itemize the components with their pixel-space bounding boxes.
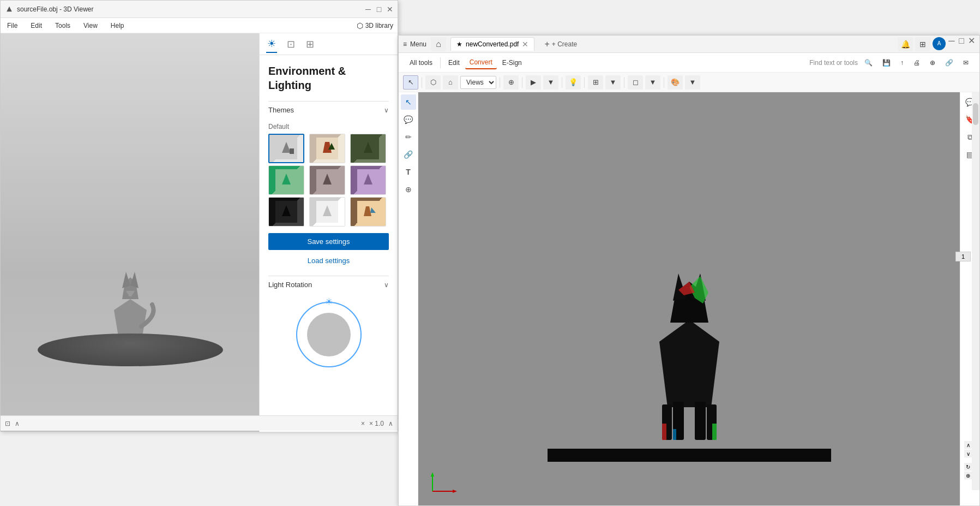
theme-1-preview [275, 138, 297, 159]
theme-swatch-6[interactable] [350, 165, 386, 195]
acrobat-maximize-btn[interactable]: □ [958, 37, 965, 45]
svg-marker-44 [431, 472, 434, 477]
zoom-in-btn[interactable]: ⊕ [964, 472, 972, 479]
themes-chevron-icon: ∨ [384, 106, 389, 114]
load-settings-btn[interactable]: Load settings [268, 252, 389, 269]
3d-library-btn[interactable]: ⬡ 3D library [357, 21, 393, 30]
sidebar-pen-btn[interactable]: ✏ [401, 129, 416, 145]
3d-model-tool[interactable]: ⬡ [425, 75, 441, 90]
3d-light-btn[interactable]: 💡 [566, 75, 581, 90]
3d-select-tool[interactable]: ↖ [403, 75, 418, 90]
right-panel: ☀ ⊡ ⊞ Environment & Lighting Themes ∨ De… [259, 33, 398, 432]
light-dial-inner [307, 313, 351, 356]
theme-swatch-9[interactable] [350, 197, 386, 227]
light-dial[interactable]: ☀ [296, 302, 362, 367]
acrobat-new-tab-btn[interactable]: + + Create [539, 37, 582, 51]
tab-lighting[interactable]: ☀ [266, 35, 277, 53]
save-settings-btn[interactable]: Save settings [268, 233, 389, 250]
sidebar-text-btn[interactable]: T [401, 164, 416, 180]
notification-bell-icon[interactable]: 🔔 [898, 37, 913, 51]
zoom-buttons: ↻ ⊕ [964, 463, 972, 479]
3d-render-btn[interactable]: ◻ [628, 75, 643, 90]
3d-rotate-btn[interactable]: ⊕ [503, 75, 519, 90]
page-down-btn[interactable]: ∨ [964, 450, 972, 457]
views-select[interactable]: Views [460, 76, 496, 89]
theme-swatch-8[interactable] [309, 197, 345, 227]
viewer-menu-bar: File Edit Tools View Help ⬡ 3D library [1, 18, 398, 33]
acrobat-left-sidebar: ↖ 💬 ✏ 🔗 T ⊕ [399, 92, 418, 505]
themes-section-title: Themes [268, 106, 294, 114]
3d-layers-options[interactable]: ▼ [605, 75, 621, 90]
theme-swatch-1[interactable] [268, 134, 304, 163]
theme-swatch-4[interactable] [268, 165, 304, 195]
acrobat-vertical-scrollbar[interactable]: 1 ∧ ∨ ↻ ⊕ [972, 92, 979, 490]
tab-grid[interactable]: ⊞ [305, 36, 315, 52]
axis-indicator [427, 469, 460, 497]
apps-grid-icon[interactable]: ⊞ [915, 37, 930, 51]
sidebar-cursor-btn[interactable]: ↖ [401, 94, 416, 110]
toolbar-search-area: Find text or tools 🔍 [809, 57, 877, 69]
theme-5-preview [316, 169, 338, 191]
viewer-minimize-btn[interactable]: ─ [365, 6, 371, 13]
acrobat-3d-scene[interactable] [418, 92, 960, 505]
3d-color-btn[interactable]: 🎨 [668, 75, 683, 90]
sidebar-stamp-btn[interactable]: ⊕ [401, 182, 416, 197]
3d-play-options[interactable]: ▼ [543, 75, 558, 90]
3d-play-btn[interactable]: ▶ [526, 75, 541, 90]
menu-tools[interactable]: Tools [53, 21, 73, 31]
3d-views-dropdown[interactable]: ⌂ [443, 75, 458, 90]
toolbar-convert[interactable]: Convert [465, 56, 497, 69]
sidebar-comment-btn[interactable]: 💬 [401, 112, 416, 127]
sidebar-link-btn[interactable]: 🔗 [401, 147, 416, 162]
acrobat-close-btn[interactable]: ✕ [967, 37, 975, 45]
toolbar-all-tools[interactable]: All tools [405, 57, 437, 69]
toolbar-esign[interactable]: E-Sign [498, 57, 526, 69]
viewer-maximize-btn[interactable]: □ [376, 6, 382, 13]
zoom-indicator: × [361, 420, 365, 427]
tab-close-btn[interactable]: ✕ [522, 40, 528, 49]
theme-swatch-2[interactable] [309, 134, 345, 163]
themes-section-header[interactable]: Themes ∨ [268, 101, 389, 118]
menu-view[interactable]: View [81, 21, 100, 31]
3d-render-options[interactable]: ▼ [645, 75, 660, 90]
3d-color-options[interactable]: ▼ [685, 75, 700, 90]
toolbar-divider-1 [440, 57, 441, 68]
svg-rect-41 [712, 424, 717, 440]
theme-swatch-7[interactable] [268, 197, 304, 227]
acrobat-pdf-tab[interactable]: ★ newConverted.pdf ✕ [450, 37, 534, 51]
toolbar-zoom-btn[interactable]: ⊕ [925, 57, 940, 69]
menu-help[interactable]: Help [109, 21, 127, 31]
toolbar-print-btn[interactable]: 🖨 [909, 57, 924, 69]
3d-layers-btn[interactable]: ⊞ [588, 75, 603, 90]
3d-viewport[interactable] [1, 33, 260, 432]
panel-tabs: ☀ ⊡ ⊞ [260, 33, 398, 55]
toolbar-mail-btn[interactable]: ✉ [959, 57, 973, 69]
page-up-btn[interactable]: ∧ [964, 441, 972, 449]
svg-marker-46 [453, 490, 457, 493]
viewer-close-btn[interactable]: ✕ [387, 6, 393, 13]
zoom-expand-icon: ∧ [388, 420, 393, 427]
viewer-title-left: sourceFile.obj - 3D Viewer [5, 5, 94, 14]
menu-file[interactable]: File [5, 21, 20, 31]
toolbar-link-btn[interactable]: 🔗 [941, 57, 958, 69]
acrobat-home-btn[interactable]: ⌂ [431, 37, 446, 51]
scrollbar-thumb[interactable] [973, 103, 978, 125]
3d-toolbar-sep-5 [584, 77, 585, 88]
tab-scene[interactable]: ⊡ [286, 36, 296, 52]
theme-swatch-5[interactable] [309, 165, 345, 195]
toolbar-edit[interactable]: Edit [444, 57, 464, 69]
acrobat-menu-btn[interactable]: ≡ Menu [403, 40, 426, 48]
toolbar-save-btn[interactable]: 💾 [878, 57, 895, 69]
menu-edit[interactable]: Edit [28, 21, 44, 31]
theme-swatch-3[interactable] [350, 134, 386, 163]
user-avatar[interactable]: A [933, 37, 946, 50]
theme-9-preview [357, 201, 379, 223]
theme-6-preview [357, 169, 379, 191]
search-btn[interactable]: 🔍 [860, 57, 877, 69]
sun-position-icon: ☀ [325, 296, 333, 307]
panel-content: Environment & Lighting Themes ∨ Default [260, 55, 398, 385]
light-rotation-section-header[interactable]: Light Rotation ∨ [268, 276, 389, 293]
acrobat-minimize-btn[interactable]: ─ [948, 37, 955, 45]
toolbar-share-btn[interactable]: ↑ [896, 57, 908, 69]
zoom-fit-btn[interactable]: ↻ [964, 463, 972, 471]
